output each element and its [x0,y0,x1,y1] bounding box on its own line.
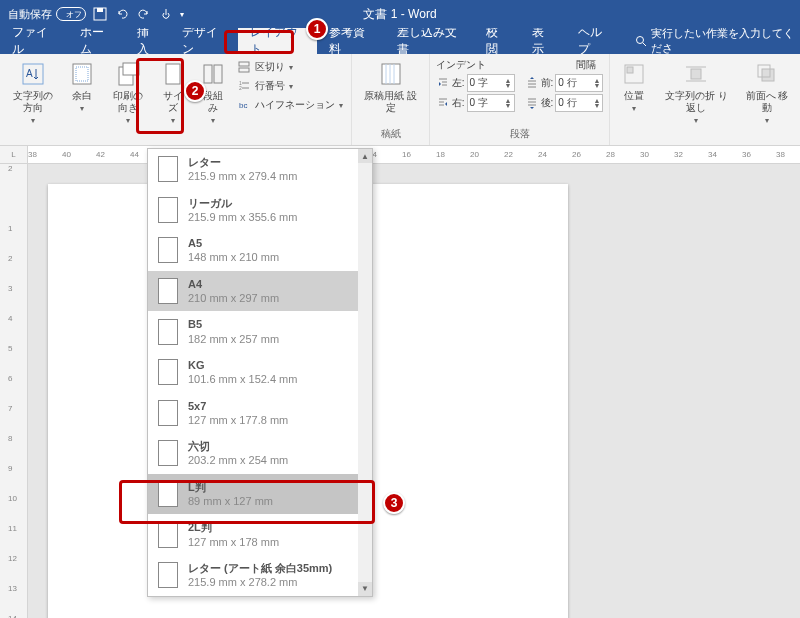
ribbon: A 文字列の 方向▾ 余白▾ 印刷の 向き▾ サイズ▾ 段組み▾ 区切り ▾ [0,54,800,146]
ruler-tick: 32 [674,150,683,159]
undo-icon[interactable] [114,6,130,22]
indent-right-input[interactable]: 0 字▲▼ [467,94,515,112]
size-option[interactable]: 5x7127 mm x 177.8 mm [148,393,372,434]
size-option[interactable]: A4210 mm x 297 mm [148,271,372,312]
size-name: 5x7 [188,399,288,413]
page-icon [158,440,178,466]
svg-rect-13 [239,62,249,66]
svg-rect-20 [382,64,400,84]
tab-file[interactable]: ファイル [0,28,68,54]
ruler-tick: 28 [606,150,615,159]
svg-rect-38 [691,69,701,79]
spacing-after-input[interactable]: 0 行▲▼ [555,94,603,112]
ruler-tick: 5 [8,344,12,353]
tab-insert[interactable]: 挿入 [125,28,171,54]
size-dimensions: 210 mm x 297 mm [188,291,279,305]
tab-design[interactable]: デザイン [170,28,238,54]
text-direction-button[interactable]: A 文字列の 方向▾ [6,58,60,127]
size-option[interactable]: KG101.6 mm x 152.4 mm [148,352,372,393]
breaks-button[interactable]: 区切り ▾ [235,58,345,76]
size-option[interactable]: L判89 mm x 127 mm [148,474,372,515]
size-dimensions: 127 mm x 177.8 mm [188,413,288,427]
position-icon [620,60,648,88]
ruler-tick: 44 [130,150,139,159]
forward-icon [753,60,781,88]
autosave-label: 自動保存 [8,7,52,22]
tab-view[interactable]: 表示 [520,28,566,54]
svg-text:A: A [26,68,33,79]
size-option[interactable]: リーガル215.9 mm x 355.6 mm [148,190,372,231]
ruler-tick: 24 [538,150,547,159]
svg-text:2: 2 [239,85,242,91]
size-dimensions: 127 mm x 178 mm [188,535,279,549]
size-dimensions: 215.9 mm x 279.4 mm [188,169,297,183]
ruler-corner[interactable]: L [0,146,28,163]
hyphenation-button[interactable]: bcハイフネーション ▾ [235,96,345,114]
tab-help[interactable]: ヘルプ [566,28,623,54]
bring-forward-button: 前面へ 移動▾ [740,58,794,127]
search-icon [635,35,647,47]
size-option[interactable]: A5148 mm x 210 mm [148,230,372,271]
indent-left-icon [436,76,450,90]
svg-rect-10 [166,64,180,84]
ruler-tick: 14 [8,614,17,618]
ruler-vertical: 21234567891011121314 [0,164,28,618]
line-numbers-button[interactable]: 12行番号 ▾ [235,77,345,95]
document-canvas[interactable] [28,164,800,618]
tell-me-search[interactable]: 実行したい作業を入力してくださ [623,28,800,54]
manuscript-button[interactable]: 原稿用紙 設定 [358,58,422,116]
callout-1: 1 [306,18,328,40]
ruler-tick: 26 [572,150,581,159]
ruler-tick: 16 [402,150,411,159]
touch-icon[interactable] [158,6,174,22]
tab-review[interactable]: 校閲 [474,28,520,54]
indent-left-input[interactable]: 0 字▲▼ [467,74,515,92]
ruler-tick: 30 [640,150,649,159]
size-option[interactable]: レター215.9 mm x 279.4 mm [148,149,372,190]
tab-home[interactable]: ホーム [68,28,125,54]
size-option[interactable]: B5182 mm x 257 mm [148,311,372,352]
ruler-tick: 2 [8,164,12,173]
scroll-up-icon[interactable]: ▲ [358,149,372,163]
ruler-tick: 20 [470,150,479,159]
spacing-before-input[interactable]: 0 行▲▼ [555,74,603,92]
wrap-button: 文字列の折 り返し▾ [656,58,736,127]
size-name: B5 [188,317,279,331]
page-icon [158,156,178,182]
svg-point-2 [636,37,643,44]
group-label-page-setup [6,141,345,143]
tab-mailings[interactable]: 差し込み文書 [385,28,475,54]
ruler-tick: 1 [8,224,12,233]
scroll-down-icon[interactable]: ▼ [358,582,372,596]
save-icon[interactable] [92,6,108,22]
tab-layout[interactable]: レイアウト [238,28,317,54]
size-option[interactable]: 2L判127 mm x 178 mm [148,514,372,555]
size-name: 六切 [188,439,288,453]
ruler-tick: 11 [8,524,17,533]
page-icon [158,237,178,263]
ruler-tick: 10 [8,494,17,503]
size-option[interactable]: 六切203.2 mm x 254 mm [148,433,372,474]
scrollbar[interactable]: ▲ ▼ [358,149,372,596]
svg-text:bc: bc [239,101,247,110]
svg-rect-1 [97,8,103,12]
size-name: レター [188,155,297,169]
svg-line-3 [643,43,646,46]
page-icon [158,562,178,588]
margins-button[interactable]: 余白▾ [64,58,100,115]
orientation-button[interactable]: 印刷の 向き▾ [104,58,151,127]
autosave-toggle[interactable]: 自動保存 オフ [8,7,86,22]
spacing-before-icon [525,76,539,90]
size-dimensions: 215.9 mm x 355.6 mm [188,210,297,224]
size-name: A4 [188,277,279,291]
ruler-tick: 4 [8,314,12,323]
ruler-tick: 3 [8,284,12,293]
page-icon [158,481,178,507]
ruler-tick: 6 [8,374,12,383]
ruler-tick: 42 [96,150,105,159]
ruler-tick: 34 [708,150,717,159]
hyphenation-icon: bc [237,98,251,112]
size-option[interactable]: レター (アート紙 余白35mm)215.9 mm x 278.2 mm [148,555,372,596]
redo-icon[interactable] [136,6,152,22]
size-name: KG [188,358,297,372]
